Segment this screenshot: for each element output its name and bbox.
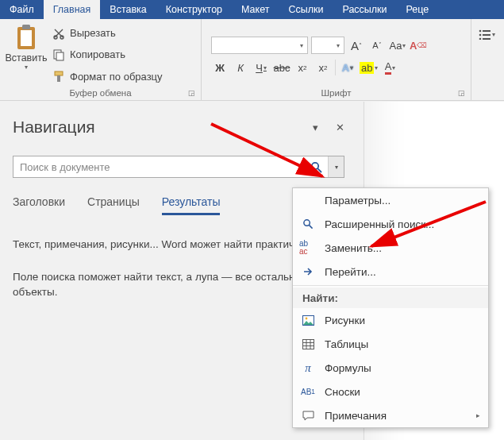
font-color-button[interactable]: A	[381, 59, 398, 76]
scissors-icon	[52, 27, 65, 40]
superscript-button[interactable]: x2	[314, 59, 332, 76]
svg-rect-1	[21, 30, 32, 46]
search-input[interactable]	[13, 161, 304, 173]
copy-label: Копировать	[70, 48, 125, 60]
svg-point-11	[479, 34, 481, 37]
menu-separator	[293, 285, 488, 286]
menu-find-equations[interactable]: π Формулы	[293, 356, 488, 380]
svg-rect-7	[55, 71, 63, 75]
svg-rect-10	[483, 30, 491, 32]
picture-icon	[299, 315, 317, 326]
copy-icon	[52, 48, 65, 61]
replace-icon: abac	[299, 240, 317, 256]
strikethrough-button[interactable]: abc	[273, 59, 290, 76]
menu-find-comments[interactable]: Примечания ▸	[293, 403, 488, 427]
nav-tab-pages[interactable]: Страницы	[87, 195, 140, 215]
tab-home[interactable]: Главная	[44, 0, 101, 19]
tab-design[interactable]: Конструктор	[156, 0, 232, 19]
search-dropdown[interactable]: ▾	[328, 156, 344, 177]
goto-arrow-icon	[299, 266, 317, 277]
svg-rect-14	[483, 38, 491, 40]
equation-icon: π	[299, 361, 317, 375]
copy-button[interactable]: Копировать	[52, 46, 163, 64]
tab-insert[interactable]: Вставка	[100, 0, 156, 19]
comment-icon	[299, 411, 317, 421]
group-paragraph	[471, 19, 504, 100]
group-clipboard: Вставить ▾ Вырезать Копировать Формат по…	[0, 19, 202, 100]
footnote-icon: AB1	[299, 388, 317, 396]
bullets-button[interactable]	[478, 25, 495, 43]
svg-point-4	[60, 36, 63, 39]
menu-options[interactable]: Параметры...	[293, 188, 488, 212]
tab-references[interactable]: Ссылки	[279, 0, 333, 19]
search-icon[interactable]	[304, 161, 328, 173]
bold-button[interactable]: Ж	[211, 59, 229, 76]
group-font: ▾ ▾ A˄ A˅ Aa A⌫ Ж К Ч abc x2 x2 A ab A Ш…	[202, 19, 471, 100]
subscript-button[interactable]: x2	[294, 59, 311, 76]
search-options-menu: Параметры... Расширенный поиск... abac З…	[292, 187, 489, 428]
paste-label: Вставить	[6, 52, 48, 64]
font-family-combo[interactable]: ▾	[211, 37, 308, 54]
highlight-button[interactable]: ab	[360, 59, 378, 76]
nav-pane-close[interactable]: ✕	[336, 122, 344, 133]
text-effects-button[interactable]: A	[339, 59, 356, 76]
svg-point-9	[479, 30, 481, 33]
grow-font-button[interactable]: A˄	[348, 37, 365, 54]
font-size-combo[interactable]: ▾	[311, 37, 344, 54]
svg-rect-21	[302, 339, 314, 349]
menu-find-heading: Найти:	[293, 288, 488, 308]
menu-find-pictures[interactable]: Рисунки	[293, 308, 488, 332]
italic-button[interactable]: К	[232, 59, 249, 76]
ribbon: Вставить ▾ Вырезать Копировать Формат по…	[0, 19, 504, 101]
svg-line-16	[317, 168, 321, 172]
format-painter-label: Формат по образцу	[70, 71, 163, 83]
paste-icon	[13, 24, 39, 51]
cut-button[interactable]: Вырезать	[52, 25, 163, 42]
svg-line-18	[309, 225, 312, 228]
svg-point-15	[311, 162, 317, 168]
format-painter-button[interactable]: Формат по образцу	[52, 68, 163, 85]
tab-layout[interactable]: Макет	[232, 0, 279, 19]
table-icon	[299, 339, 317, 349]
paste-button[interactable]: Вставить ▾	[3, 21, 49, 87]
menu-find-tables[interactable]: Таблицы	[293, 332, 488, 356]
menu-advanced-find[interactable]: Расширенный поиск...	[293, 212, 488, 236]
svg-rect-2	[22, 25, 30, 29]
separator	[335, 60, 336, 75]
group-clipboard-label: Буфер обмена ◲	[3, 87, 198, 99]
svg-point-13	[479, 38, 481, 40]
change-case-button[interactable]: Aa	[389, 37, 406, 54]
menu-replace[interactable]: abac Заменить...	[293, 236, 488, 260]
svg-rect-6	[56, 52, 63, 60]
clipboard-launcher[interactable]: ◲	[187, 89, 196, 98]
bullets-icon	[479, 29, 491, 40]
shrink-font-button[interactable]: A˅	[368, 37, 386, 54]
search-icon	[299, 218, 317, 230]
ribbon-tabs: Файл Главная Вставка Конструктор Макет С…	[0, 0, 504, 19]
tab-review[interactable]: Реце	[397, 0, 439, 19]
svg-rect-8	[57, 75, 60, 82]
tab-file[interactable]: Файл	[0, 0, 44, 19]
svg-rect-12	[483, 34, 491, 36]
tab-mailings[interactable]: Рассылки	[333, 0, 396, 19]
menu-goto[interactable]: Перейти...	[293, 260, 488, 284]
underline-button[interactable]: Ч	[252, 59, 270, 76]
cut-label: Вырезать	[70, 27, 116, 39]
nav-tab-headings[interactable]: Заголовки	[13, 195, 65, 215]
font-launcher[interactable]: ◲	[456, 89, 466, 98]
group-font-label: Шрифт ◲	[205, 87, 467, 99]
nav-pane-menu[interactable]: ▾	[313, 122, 318, 133]
brush-icon	[52, 70, 65, 83]
nav-tab-results[interactable]: Результаты	[162, 195, 221, 215]
menu-find-footnotes[interactable]: AB1 Сноски	[293, 380, 488, 403]
svg-point-3	[54, 36, 57, 39]
search-box: ▾	[13, 156, 344, 178]
clear-formatting-button[interactable]: A⌫	[410, 37, 427, 54]
navigation-title: Навигация	[13, 118, 95, 137]
svg-point-17	[304, 220, 310, 226]
svg-point-20	[305, 317, 307, 319]
